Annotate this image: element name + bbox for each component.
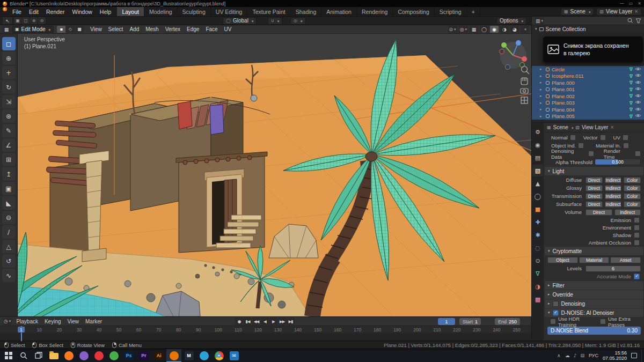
active-tool-icon[interactable]: ↖ bbox=[3, 17, 12, 24]
timeline-menu-keying[interactable]: Keying bbox=[41, 319, 64, 324]
pass-denoising-data-checkbox[interactable] bbox=[588, 151, 594, 157]
timeline-menu-playback[interactable]: Playback bbox=[13, 319, 41, 324]
shading-solid-button[interactable]: ◉ bbox=[490, 26, 499, 33]
view-layer-selector[interactable]: ▧ View Layer × bbox=[596, 8, 641, 16]
maximize-button[interactable]: ▭ bbox=[629, 1, 633, 6]
tool-spin[interactable]: ↺ bbox=[2, 254, 16, 268]
tool-bevel[interactable]: ◣ bbox=[2, 196, 16, 210]
shading-material-button[interactable]: ◑ bbox=[500, 26, 509, 33]
taskbar-app-medibang[interactable]: M bbox=[181, 349, 196, 362]
show-desktop-divider[interactable] bbox=[641, 349, 642, 362]
viewport-menu-edge[interactable]: Edge bbox=[184, 26, 202, 32]
outliner-editor-type-button[interactable]: ▥ bbox=[535, 17, 544, 24]
tool-add-cube[interactable]: ⊞ bbox=[2, 153, 16, 166]
shading-options-button[interactable] bbox=[521, 26, 529, 33]
tool-transform[interactable]: ⊛ bbox=[2, 109, 16, 123]
section-filter[interactable]: ▸Filter bbox=[545, 281, 643, 290]
properties-tab-object-data[interactable]: ∇ bbox=[532, 268, 543, 279]
viewport-canvas[interactable]: User Perspective (1) Plane.021 bbox=[18, 34, 531, 316]
menu-render[interactable]: Render bbox=[42, 7, 68, 16]
properties-tab-object[interactable]: ■ bbox=[532, 203, 543, 215]
light-subsurface-indirect-button[interactable]: Indirect bbox=[605, 201, 622, 208]
breadcrumb-view-layer[interactable]: View Layer bbox=[582, 124, 608, 130]
visibility-eye-icon[interactable] bbox=[635, 93, 641, 99]
taskbar-search-button[interactable] bbox=[16, 349, 31, 362]
blender-menu-icon[interactable] bbox=[3, 7, 7, 11]
tool-inset-faces[interactable]: ▣ bbox=[2, 182, 16, 195]
timeline-track-area[interactable] bbox=[0, 333, 531, 341]
outliner-item-plane-005[interactable]: ▸Plane.005∇ bbox=[532, 113, 644, 120]
viewport-menu-vertex[interactable]: Vertex bbox=[162, 26, 184, 32]
menu-edit[interactable]: Edit bbox=[25, 7, 42, 16]
workspace-tab-layout[interactable]: Layout bbox=[117, 7, 144, 16]
visibility-eye-icon[interactable] bbox=[635, 67, 641, 72]
taskbar-app-mail[interactable]: ✉ bbox=[226, 349, 241, 362]
editor-type-button[interactable]: ▦ bbox=[2, 26, 11, 33]
properties-tab-texture[interactable]: ▩ bbox=[532, 293, 543, 305]
tool-scale[interactable]: ⇲ bbox=[2, 95, 16, 108]
taskbar-app-photoshop[interactable]: Ps bbox=[121, 349, 136, 362]
properties-tab-tool[interactable]: ⚙ bbox=[532, 126, 543, 138]
tool-measure[interactable]: ∠ bbox=[2, 138, 16, 152]
dnoise-checkbox[interactable] bbox=[553, 310, 559, 316]
light-volume-direct-button[interactable]: Direct bbox=[586, 209, 612, 216]
select-mode-extend-button[interactable]: ◻ bbox=[22, 17, 30, 24]
filter-icon[interactable] bbox=[635, 18, 641, 24]
language-indicator[interactable]: РУС bbox=[589, 353, 598, 358]
light-glossy-color-button[interactable]: Color bbox=[624, 185, 641, 191]
light-transmission-direct-button[interactable]: Direct bbox=[586, 193, 603, 200]
timeline-editor-type-button[interactable]: ◷ bbox=[3, 318, 12, 325]
pivot-point-button[interactable]: ⊙ bbox=[448, 26, 457, 33]
next-keyframe-button[interactable]: ▶▶ bbox=[278, 317, 286, 325]
start-button[interactable] bbox=[1, 349, 16, 362]
expand-icon[interactable]: ▾ bbox=[535, 27, 537, 31]
pass-material-in--checkbox[interactable] bbox=[623, 143, 629, 149]
viewport-menu-add[interactable]: Add bbox=[126, 26, 142, 32]
light-volume-indirect-button[interactable]: Indirect bbox=[614, 209, 641, 216]
properties-tab-output[interactable]: ▤ bbox=[532, 152, 543, 164]
taskbar-app-firefox[interactable] bbox=[61, 349, 76, 362]
tool-knife[interactable]: ∕ bbox=[2, 225, 16, 239]
dnoise-blend-slider[interactable]: D-NOISE Blend 0.30 bbox=[547, 327, 641, 335]
workspace-tab-uv-editing[interactable]: UV Editing bbox=[211, 7, 248, 16]
viewport-menu-face[interactable]: Face bbox=[202, 26, 221, 32]
section-denoising[interactable]: ▸Denoising bbox=[545, 299, 643, 308]
properties-tab-world[interactable]: ◯ bbox=[532, 190, 543, 202]
play-button[interactable]: ▶ bbox=[269, 317, 277, 325]
cryptomatte-asset-button[interactable]: Asset bbox=[610, 257, 641, 263]
expand-icon[interactable]: ▸ bbox=[540, 80, 544, 85]
tool-smooth[interactable]: ∿ bbox=[2, 269, 16, 282]
pass-render-time-checkbox[interactable] bbox=[635, 151, 641, 157]
select-mode-intersect-button[interactable]: ⊖ bbox=[38, 17, 46, 24]
properties-tab-physics[interactable]: ◌ bbox=[532, 242, 543, 254]
expand-icon[interactable]: ▸ bbox=[540, 114, 544, 119]
viewport-menu-select[interactable]: Select bbox=[105, 26, 127, 32]
close-button[interactable]: × bbox=[638, 1, 641, 6]
workspace-tab-rendering[interactable]: Rendering bbox=[357, 7, 393, 16]
pass-uv-checkbox[interactable] bbox=[623, 135, 628, 141]
outliner-item-plane-004[interactable]: ▸Plane.004∇ bbox=[532, 106, 644, 113]
hdr-training-checkbox[interactable] bbox=[550, 319, 556, 324]
visibility-eye-icon[interactable] bbox=[635, 86, 641, 92]
expand-icon[interactable]: ▸ bbox=[540, 87, 544, 92]
taskbar-app-premiere[interactable]: Pr bbox=[136, 349, 151, 362]
properties-tab-scene[interactable]: ▲ bbox=[532, 178, 543, 189]
minimize-button[interactable]: — bbox=[620, 1, 624, 6]
previous-keyframe-button[interactable]: ◀◀ bbox=[252, 317, 260, 325]
select-mode-subtract-button[interactable]: ⊕ bbox=[30, 17, 38, 24]
outliner-item-plane-002[interactable]: ▸Plane.002∇ bbox=[532, 93, 644, 100]
taskbar-app-blender[interactable] bbox=[166, 349, 181, 362]
shading-rendered-button[interactable]: ◕ bbox=[510, 26, 519, 33]
workspace-tab-modeling[interactable]: Modeling bbox=[144, 7, 178, 16]
tray-chevron-icon[interactable]: ∧ bbox=[557, 353, 561, 358]
taskbar-app-app-violet[interactable] bbox=[76, 349, 91, 362]
close-icon[interactable]: × bbox=[610, 125, 614, 130]
menu-file[interactable]: File bbox=[9, 7, 25, 16]
jump-to-end-button[interactable]: ▶▮ bbox=[287, 317, 295, 325]
alpha-threshold-slider[interactable]: 0.500 bbox=[595, 159, 641, 165]
viewport-menu-mesh[interactable]: Mesh bbox=[142, 26, 162, 32]
workspace-tab-animation[interactable]: Animation bbox=[321, 7, 357, 16]
viewport-menu-uv[interactable]: UV bbox=[221, 26, 235, 32]
tool-rotate[interactable]: ↻ bbox=[2, 80, 16, 94]
expand-icon[interactable]: ▸ bbox=[540, 101, 544, 105]
